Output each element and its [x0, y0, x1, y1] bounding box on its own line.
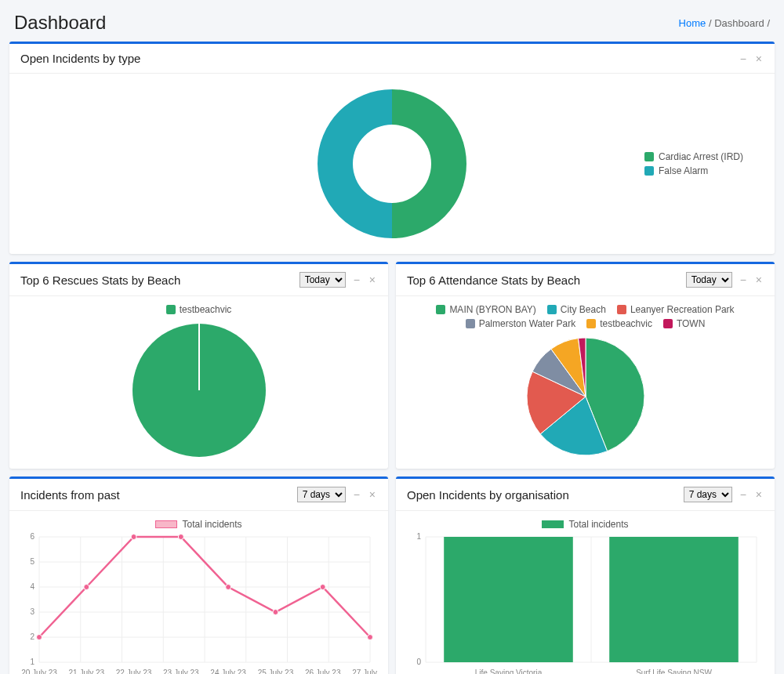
svg-text:22 July 23: 22 July 23 — [116, 669, 152, 674]
card-title: Top 6 Attendance Stats by Beach — [407, 274, 686, 287]
line-legend: Total incidents — [17, 519, 380, 530]
card-attendance: Top 6 Attendance Stats by Beach Today − … — [396, 262, 775, 469]
card-title: Open Incidents by type — [20, 52, 739, 65]
card-title: Incidents from past — [20, 488, 297, 502]
svg-point-24 — [84, 585, 89, 590]
svg-text:5: 5 — [30, 557, 34, 566]
svg-point-23 — [37, 635, 42, 640]
svg-point-27 — [226, 585, 231, 590]
minimize-icon[interactable]: − — [352, 489, 361, 500]
svg-rect-46 — [444, 537, 573, 662]
minimize-icon[interactable]: − — [739, 53, 748, 64]
pie-legend: MAIN (BYRON BAY)City BeachLeanyer Recrea… — [404, 304, 767, 329]
rescues-pie — [129, 320, 270, 461]
incidents-range-select[interactable]: 7 days — [297, 487, 346, 502]
svg-text:21 July 23: 21 July 23 — [68, 669, 104, 674]
svg-text:27 July 23: 27 July 23 — [352, 669, 378, 674]
svg-point-26 — [178, 534, 183, 540]
breadcrumb-home[interactable]: Home — [679, 17, 706, 29]
close-icon[interactable]: × — [368, 489, 377, 500]
pie-legend: testbeachvic — [17, 304, 380, 315]
card-rescues: Top 6 Rescues Stats by Beach Today − × t… — [9, 262, 388, 469]
org-range-select[interactable]: 7 days — [684, 487, 732, 502]
bar-legend: Total incidents — [404, 519, 767, 530]
close-icon[interactable]: × — [754, 489, 764, 500]
attendance-range-select[interactable]: Today — [686, 272, 732, 288]
svg-text:24 July 23: 24 July 23 — [210, 669, 246, 674]
line-chart: 12345620 July 2321 July 2322 July 2323 J… — [17, 533, 378, 674]
card-open-by-org: Open Incidents by organisation 7 days − … — [396, 477, 775, 674]
svg-text:3: 3 — [30, 607, 34, 616]
attendance-pie — [523, 334, 648, 459]
svg-point-25 — [131, 534, 136, 540]
minimize-icon[interactable]: − — [352, 274, 361, 285]
svg-text:Surf Life Saving NSW: Surf Life Saving NSW — [636, 669, 712, 674]
svg-point-28 — [273, 610, 278, 615]
card-open-incidents-type: Open Incidents by type − × Cardiac Arres… — [9, 42, 775, 254]
svg-text:Life Saving Victoria: Life Saving Victoria — [475, 669, 543, 674]
close-icon[interactable]: × — [754, 53, 764, 64]
rescues-range-select[interactable]: Today — [299, 272, 346, 288]
donut-legend: Cardiac Arrest (IRD)False Alarm — [644, 148, 743, 179]
close-icon[interactable]: × — [754, 274, 764, 285]
breadcrumb-current: Dashboard — [714, 17, 764, 29]
card-title: Top 6 Rescues Stats by Beach — [20, 274, 299, 287]
card-title: Open Incidents by organisation — [407, 488, 684, 502]
breadcrumb: Home / Dashboard / — [679, 17, 770, 29]
svg-rect-47 — [609, 537, 739, 662]
svg-text:2: 2 — [30, 632, 34, 641]
svg-point-30 — [368, 635, 373, 640]
close-icon[interactable]: × — [368, 274, 377, 285]
donut-chart — [314, 85, 470, 242]
svg-text:20 July 23: 20 July 23 — [21, 669, 57, 674]
minimize-icon[interactable]: − — [739, 274, 748, 285]
svg-text:1: 1 — [416, 533, 421, 541]
svg-text:4: 4 — [30, 582, 34, 591]
svg-text:6: 6 — [30, 533, 34, 541]
bar-chart: 01Life Saving VictoriaSurf Life Saving N… — [404, 533, 764, 674]
page-title: Dashboard — [14, 12, 106, 34]
card-incidents-past: Incidents from past 7 days − × Total inc… — [9, 477, 388, 674]
svg-text:26 July 23: 26 July 23 — [305, 669, 341, 674]
svg-point-29 — [320, 585, 325, 590]
minimize-icon[interactable]: − — [739, 489, 748, 500]
svg-text:23 July 23: 23 July 23 — [163, 669, 199, 674]
svg-text:1: 1 — [30, 658, 34, 666]
svg-text:0: 0 — [416, 658, 421, 666]
svg-text:25 July 23: 25 July 23 — [258, 669, 294, 674]
